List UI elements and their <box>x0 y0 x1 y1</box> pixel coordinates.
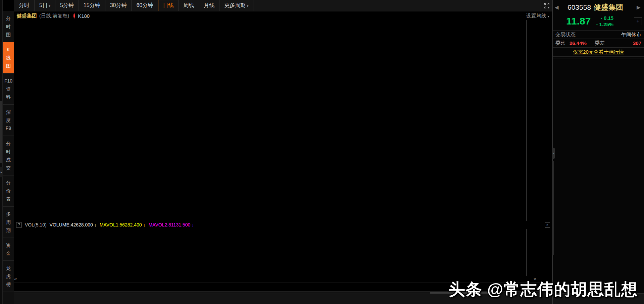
sidebar-item-line: 表 <box>6 195 11 203</box>
indicator-tab-bar <box>14 283 552 291</box>
kline-y-axis <box>526 20 552 221</box>
vol-indicator-name: VOL(5,10) <box>25 222 47 227</box>
change-value: - 0.15 <box>601 15 613 21</box>
volume-y-axis <box>526 229 552 276</box>
close-indicator-icon[interactable]: × <box>545 222 550 227</box>
chart-stock-name: 健盛集团 <box>17 13 37 19</box>
down-arrow-icon: ↓ <box>143 222 145 227</box>
weibi-label: 委比 <box>555 40 565 46</box>
sidebar-item-深度F9[interactable]: 深度F9 <box>3 105 14 136</box>
weicha-label: 委差 <box>595 40 605 46</box>
period-button-30分钟[interactable]: 30分钟 <box>105 0 132 11</box>
add-to-watchlist-button[interactable]: + <box>634 17 642 25</box>
chart-period-note: (日线,前复权) <box>39 13 69 19</box>
panel-collapse-handle[interactable]: › <box>552 148 555 159</box>
candle-style-icon <box>73 14 75 17</box>
sidebar-item-K线图[interactable]: K线图 <box>3 42 14 73</box>
next-stock-icon[interactable]: ▶ <box>637 4 642 10</box>
period-button-5日[interactable]: 5日▾ <box>35 0 55 11</box>
sidebar-item-line: 交 <box>6 164 11 172</box>
scroll-left-icon[interactable]: « <box>14 276 17 282</box>
sidebar-item-line: 资 <box>6 241 11 249</box>
left-edge-scrollbar[interactable]: ▸ <box>0 0 3 304</box>
down-arrow-icon: ↓ <box>192 222 194 227</box>
quote-panel: › ◀ 603558 健盛集团 ▶ 11.87 - 0.15 - 1.25% +… <box>552 0 644 304</box>
volume-plot[interactable] <box>14 229 526 276</box>
prev-stock-icon[interactable]: ◀ <box>555 4 560 10</box>
sidebar-item-line: 榜 <box>6 280 11 288</box>
sidebar-item-line: 分 <box>6 179 11 187</box>
sidebar-item-line: 料 <box>6 93 11 101</box>
horizontal-scrollbar-thumb[interactable] <box>430 292 491 294</box>
sidebar-item-line: 线 <box>6 54 11 62</box>
sidebar-item-line: 多 <box>6 210 11 218</box>
main-chart-area: 分时5日▾5分钟15分钟30分钟60分钟日线周线月线更多周期▾ 健盛集团 (日线… <box>14 0 552 304</box>
sidebar-item-line: 深 <box>6 108 11 116</box>
down-arrow-icon: ↓ <box>94 222 97 227</box>
sidebar-item-龙虎榜[interactable]: 龙虎榜 <box>3 261 14 292</box>
sidebar-collapse-handle[interactable]: ▸ <box>0 167 3 177</box>
sidebar-item-line: K <box>7 46 10 54</box>
level2-promo-link[interactable]: 仅需20元查看十档行情 <box>573 49 624 55</box>
mavol1-value: MAVOL1:56282.400 ↓ <box>100 222 146 227</box>
sidebar-item-资金[interactable]: 资金 <box>3 238 14 261</box>
sidebar-item-line: 分 <box>6 14 11 22</box>
period-button-更多周期[interactable]: 更多周期▾ <box>219 0 253 11</box>
period-button-60分钟[interactable]: 60分钟 <box>132 0 158 11</box>
chart-title-bar: 健盛集团 (日线,前复权) K180 设置均线 ▾ <box>14 11 552 20</box>
panel-tab-bar <box>553 293 644 304</box>
last-price: 11.87 <box>566 15 591 27</box>
sidebar-item-line: 价 <box>6 187 11 195</box>
trade-status-row: 交易状态 午间休市 <box>553 30 644 39</box>
sidebar-item-分时图[interactable]: 分时图 <box>3 11 14 42</box>
ma-settings-button[interactable]: 设置均线 ▾ <box>526 13 549 19</box>
stock-trading-app: ▸ 分时图K线图F10资料深度F9分时成交分价表多周期资金龙虎榜 分时5日▾5分… <box>0 0 644 304</box>
panel-scrollbar-thumb[interactable] <box>552 161 554 255</box>
period-toolbar: 分时5日▾5分钟15分钟30分钟60分钟日线周线月线更多周期▾ <box>14 0 552 11</box>
sidebar-item-line: 成 <box>6 156 11 164</box>
period-button-日线[interactable]: 日线 <box>158 0 179 11</box>
level2-promo-row: 仅需20元查看十档行情 <box>553 47 644 56</box>
trade-status-label: 交易状态 <box>555 32 576 38</box>
help-icon[interactable]: ? <box>16 222 22 228</box>
sidebar-item-line: F9 <box>6 124 11 132</box>
sidebar-item-line: 图 <box>6 31 11 39</box>
sidebar-item-F10资料[interactable]: F10资料 <box>3 73 14 105</box>
fullscreen-icon-svg <box>544 3 549 8</box>
sidebar-item-line: 龙 <box>6 264 11 272</box>
scroll-right-icon[interactable]: » <box>534 276 536 282</box>
time-and-sales[interactable] <box>553 62 644 293</box>
fullscreen-icon[interactable] <box>541 0 552 11</box>
candle-count-label: K180 <box>78 13 90 19</box>
sidebar-item-line: 图 <box>6 62 11 70</box>
weibi-value: 26.44% <box>569 40 587 46</box>
left-scrollbar-thumb[interactable] <box>0 101 2 163</box>
period-button-5分钟[interactable]: 5分钟 <box>55 0 79 11</box>
sidebar-item-多周期[interactable]: 多周期 <box>3 207 14 238</box>
sidebar-item-line: 期 <box>6 226 11 234</box>
sidebar-item-line: 度 <box>6 116 11 124</box>
weicha-value: 307 <box>633 40 641 46</box>
price-change: - 0.15 - 1.25% <box>596 15 613 28</box>
chevron-down-icon: ▾ <box>49 4 50 8</box>
period-button-月线[interactable]: 月线 <box>199 0 219 11</box>
sidebar-item-分价表[interactable]: 分价表 <box>3 175 14 207</box>
kline-plot[interactable] <box>14 20 526 221</box>
bottom-nav-bar <box>14 294 552 304</box>
sidebar-item-line: 分 <box>6 140 11 148</box>
sidebar-item-line: 周 <box>6 218 11 226</box>
sidebar-item-line: 虎 <box>6 272 11 280</box>
period-button-分时[interactable]: 分时 <box>14 0 35 11</box>
x-axis: « » <box>14 276 552 283</box>
volume-indicator-header: ? VOL(5,10) VOLUME:42628.000 ↓ MAVOL1:56… <box>14 221 552 229</box>
left-sidebar: 分时图K线图F10资料深度F9分时成交分价表多周期资金龙虎榜 <box>3 11 14 304</box>
weibi-row: 委比 26.44% 委差 307 <box>553 39 644 47</box>
period-button-周线[interactable]: 周线 <box>179 0 199 11</box>
volume-value: VOLUME:42628.000 ↓ <box>50 222 97 227</box>
period-button-15分钟[interactable]: 15分钟 <box>79 0 105 11</box>
chevron-down-icon: ▾ <box>247 4 248 8</box>
sidebar-item-分时成交[interactable]: 分时成交 <box>3 136 14 175</box>
ma-settings-label: 设置均线 <box>526 13 546 18</box>
sidebar-item-line: 资 <box>6 85 11 93</box>
horizontal-scrollbar[interactable] <box>14 291 552 294</box>
